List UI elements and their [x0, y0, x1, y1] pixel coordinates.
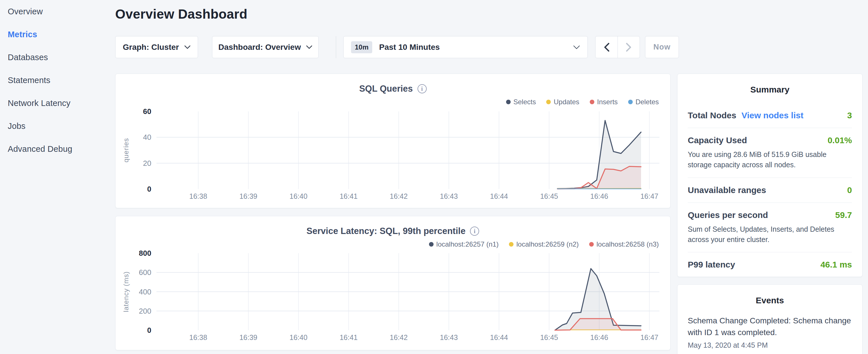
- summary-row-capacity-used: Capacity Used 0.01% You are using 28.6 M…: [688, 128, 852, 178]
- svg-text:16:45: 16:45: [540, 333, 558, 342]
- summary-row-total-nodes: Total Nodes View nodes list 3: [688, 103, 852, 128]
- summary-value: 46.1 ms: [820, 260, 852, 269]
- sidebar-item-statements[interactable]: Statements: [0, 69, 115, 92]
- now-button[interactable]: Now: [645, 36, 679, 58]
- svg-text:60: 60: [143, 107, 151, 116]
- events-title: Events: [688, 285, 852, 305]
- view-nodes-list-link[interactable]: View nodes list: [741, 110, 803, 120]
- legend-label: localhost:26258 (n3): [597, 240, 659, 248]
- dashboard-dropdown[interactable]: Dashboard: Overview: [212, 36, 319, 58]
- svg-text:16:39: 16:39: [239, 333, 257, 342]
- info-icon[interactable]: i: [417, 84, 427, 93]
- summary-label: Queries per second: [688, 210, 768, 220]
- sidebar-item-network-latency[interactable]: Network Latency: [0, 92, 115, 115]
- summary-row-p99-latency: P99 latency 46.1 ms: [688, 252, 852, 277]
- summary-value: 0: [847, 185, 852, 195]
- svg-text:200: 200: [139, 307, 151, 315]
- info-icon[interactable]: i: [470, 227, 479, 236]
- svg-text:400: 400: [139, 288, 151, 296]
- svg-text:16:42: 16:42: [390, 192, 408, 200]
- time-range-selector[interactable]: 10m Past 10 Minutes: [343, 36, 588, 58]
- svg-text:40: 40: [143, 133, 151, 141]
- chevron-down-icon: [306, 45, 312, 49]
- legend-item[interactable]: Inserts: [590, 98, 618, 106]
- summary-subtext: Sum of Selects, Updates, Inserts, and De…: [688, 224, 852, 245]
- legend-label: Updates: [554, 98, 579, 106]
- svg-text:16:40: 16:40: [289, 192, 308, 200]
- legend-label: localhost:26257 (n1): [436, 240, 499, 248]
- legend-dot-icon: [506, 100, 510, 104]
- svg-text:16:44: 16:44: [490, 192, 508, 200]
- controls-row: Graph: Cluster Dashboard: Overview 10m P…: [0, 36, 868, 58]
- svg-text:800: 800: [139, 249, 151, 257]
- svg-text:16:47: 16:47: [641, 333, 658, 342]
- summary-subtext: You are using 28.6 MiB of 515.9 GiB usab…: [688, 149, 852, 170]
- controls-divider: [336, 36, 336, 58]
- legend-dot-icon: [429, 242, 434, 247]
- legend-item[interactable]: localhost:26259 (n2): [509, 240, 579, 248]
- events-list: Schema Change Completed: Schema change w…: [688, 315, 852, 349]
- legend-item[interactable]: Deletes: [628, 98, 659, 106]
- svg-text:16:44: 16:44: [490, 333, 508, 342]
- event-item[interactable]: Schema Change Completed: Schema change w…: [688, 315, 852, 349]
- service-latency-chart-canvas: 16:3816:3916:4016:4116:4216:4316:4416:45…: [116, 216, 670, 350]
- summary-row-unavailable-ranges: Unavailable ranges 0: [688, 178, 852, 203]
- svg-text:16:38: 16:38: [189, 333, 208, 342]
- chart-title: SQL Queries: [359, 84, 413, 94]
- sql-queries-chart-card: 16:3816:3916:4016:4116:4216:4316:4416:45…: [115, 74, 671, 208]
- time-step-back-button[interactable]: [595, 36, 618, 58]
- legend-dot-icon: [590, 100, 594, 104]
- svg-text:16:38: 16:38: [189, 192, 208, 200]
- svg-text:20: 20: [143, 159, 151, 167]
- summary-value: 0.01%: [828, 135, 852, 145]
- sidebar-item-advanced-debug[interactable]: Advanced Debug: [0, 137, 115, 160]
- sql-queries-chart-canvas: 16:3816:3916:4016:4116:4216:4316:4416:45…: [116, 74, 670, 208]
- svg-text:16:46: 16:46: [590, 192, 608, 200]
- svg-text:16:41: 16:41: [340, 192, 358, 200]
- legend-dot-icon: [509, 242, 514, 247]
- svg-text:16:43: 16:43: [440, 333, 458, 342]
- legend-item[interactable]: Updates: [546, 98, 579, 106]
- events-panel: Events Schema Change Completed: Schema c…: [677, 284, 863, 354]
- summary-label: Capacity Used: [688, 135, 747, 145]
- summary-value: 59.7: [835, 210, 852, 220]
- svg-text:16:43: 16:43: [440, 192, 458, 200]
- svg-text:16:45: 16:45: [540, 192, 558, 200]
- graph-dropdown[interactable]: Graph: Cluster: [115, 36, 198, 58]
- legend-item[interactable]: localhost:26257 (n1): [429, 240, 499, 248]
- legend-label: Inserts: [597, 98, 618, 106]
- chevron-left-icon: [604, 43, 610, 52]
- time-step-buttons: [595, 36, 640, 58]
- event-timestamp: May 13, 2020 at 4:45 PM: [688, 341, 852, 349]
- graph-dropdown-label: Graph: Cluster: [123, 43, 179, 52]
- legend-dot-icon: [589, 242, 594, 247]
- legend-dot-icon: [628, 100, 633, 104]
- chevron-down-icon: [184, 45, 191, 49]
- sidebar-item-overview[interactable]: Overview: [0, 0, 115, 23]
- svg-text:16:46: 16:46: [590, 333, 608, 342]
- legend-label: Deletes: [636, 98, 659, 106]
- legend-item[interactable]: Selects: [506, 98, 536, 106]
- svg-text:16:40: 16:40: [289, 333, 308, 342]
- legend-item[interactable]: localhost:26258 (n3): [589, 240, 659, 248]
- service-latency-chart-card: 16:3816:3916:4016:4116:4216:4316:4416:45…: [115, 216, 671, 350]
- time-window-badge: 10m: [351, 41, 372, 53]
- summary-value: 3: [847, 110, 852, 120]
- summary-title: Summary: [688, 74, 852, 95]
- event-text: Schema Change Completed: Schema change w…: [688, 315, 852, 338]
- chart-legend: localhost:26257 (n1)localhost:26259 (n2)…: [429, 240, 659, 248]
- page-title: Overview Dashboard: [115, 6, 247, 22]
- svg-text:0: 0: [147, 185, 151, 193]
- admin-ui: OverviewMetricsDatabasesStatementsNetwor…: [0, 0, 868, 354]
- chevron-right-icon: [626, 43, 631, 52]
- summary-label: P99 latency: [688, 260, 735, 269]
- svg-text:queries: queries: [122, 138, 130, 163]
- sidebar-item-jobs[interactable]: Jobs: [0, 115, 115, 137]
- summary-label: Unavailable ranges: [688, 185, 766, 195]
- summary-panel: Summary Total Nodes View nodes list 3 Ca…: [677, 74, 863, 277]
- chevron-down-icon: [573, 45, 580, 49]
- time-window-label: Past 10 Minutes: [379, 43, 566, 52]
- legend-label: localhost:26259 (n2): [517, 240, 579, 248]
- svg-text:16:41: 16:41: [340, 333, 358, 342]
- time-step-forward-button[interactable]: [618, 36, 640, 58]
